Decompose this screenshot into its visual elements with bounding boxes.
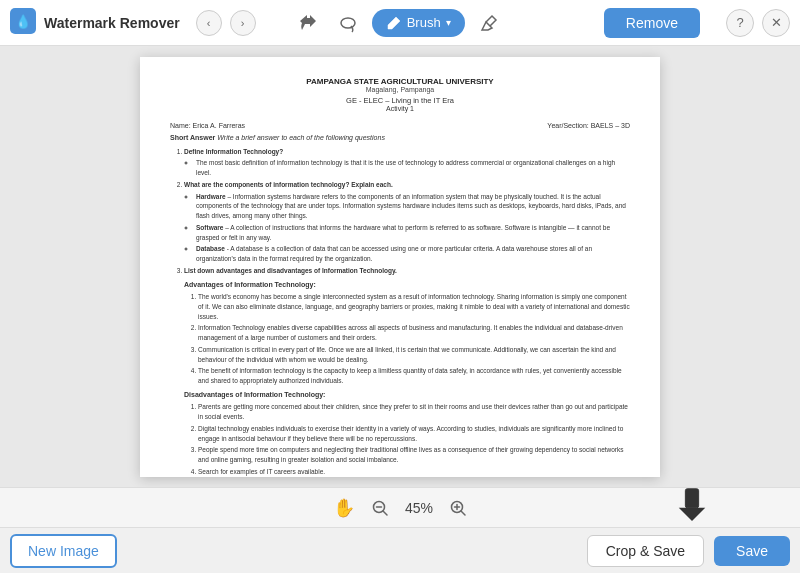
university-location: Magalang, Pampanga [170, 86, 630, 93]
new-image-button[interactable]: New Image [10, 534, 117, 568]
svg-text:💧: 💧 [15, 13, 32, 30]
disadv-2: Digital technology enables individuals t… [198, 424, 630, 444]
doc-header: PAMPANGA STATE AGRICULTURAL UNIVERSITY M… [170, 77, 630, 112]
instruction-detail: Write a brief answer to each of the foll… [217, 134, 385, 141]
disadv-1: Parents are getting more concerned about… [198, 402, 630, 422]
disadv-3: People spend more time on computers and … [198, 445, 630, 465]
zoom-level: 45% [405, 500, 433, 516]
lasso-tool-button[interactable] [332, 7, 364, 39]
document-view: PAMPANGA STATE AGRICULTURAL UNIVERSITY M… [140, 57, 660, 477]
university-name: PAMPANGA STATE AGRICULTURAL UNIVERSITY [170, 77, 630, 86]
svg-line-7 [461, 511, 465, 515]
advantages-heading: Advantages of Information Technology: [184, 280, 630, 291]
student-name: Name: Erica A. Farreras [170, 122, 245, 129]
q2-hardware: Hardware – Information systems hardware … [196, 192, 630, 221]
hand-tool-icon[interactable]: ✋ [333, 497, 355, 519]
q1-label: Define Information Technology? [184, 148, 283, 155]
help-button[interactable]: ? [726, 9, 754, 37]
brush-label: Brush [407, 15, 441, 30]
q3-label: List down advantages and disadvantages o… [184, 267, 397, 274]
doc-instruction: Short Answer Write a brief answer to eac… [170, 134, 630, 141]
q1-answer: The most basic definition of information… [196, 158, 630, 178]
brush-tool-button[interactable]: Brush ▾ [372, 9, 465, 37]
activity-label: Activity 1 [170, 105, 630, 112]
nav-forward-button[interactable]: › [230, 10, 256, 36]
svg-marker-11 [679, 508, 706, 521]
disadv-4: Search for examples of IT careers availa… [198, 467, 630, 477]
brush-chevron: ▾ [446, 17, 451, 28]
app-title: Watermark Remover [44, 15, 180, 31]
doc-body: Define Information Technology? The most … [170, 147, 630, 477]
instruction-heading: Short Answer [170, 134, 215, 141]
zoom-in-button[interactable] [449, 499, 467, 517]
nav-back-button[interactable]: ‹ [196, 10, 222, 36]
doc-meta: Name: Erica A. Farreras Year/Section: BA… [170, 122, 630, 129]
q2-database: Database - A database is a collection of… [196, 244, 630, 264]
q2-label: What are the components of information t… [184, 181, 393, 188]
main-content: PAMPANGA STATE AGRICULTURAL UNIVERSITY M… [0, 46, 800, 487]
adv-1: The world's economy has become a single … [198, 292, 630, 321]
adv-3: Communication is critical in every part … [198, 345, 630, 365]
svg-point-2 [341, 18, 355, 28]
app-icon: 💧 [10, 8, 36, 38]
crop-save-button[interactable]: Crop & Save [587, 535, 704, 567]
save-button[interactable]: Save [714, 536, 790, 566]
erase-tool-button[interactable] [473, 7, 505, 39]
bottom-right-actions: Crop & Save Save [587, 535, 790, 567]
zoom-out-button[interactable] [371, 499, 389, 517]
remove-button[interactable]: Remove [604, 8, 700, 38]
q2-software: Software – A collection of instructions … [196, 223, 630, 243]
adv-4: The benefit of information technology is… [198, 366, 630, 386]
close-button[interactable]: ✕ [762, 9, 790, 37]
title-bar: 💧 Watermark Remover ‹ › Brush ▾ Remove ?… [0, 0, 800, 46]
disadvantages-heading: Disadvantages of Information Technology: [184, 390, 630, 401]
status-bar: ✋ 45% [0, 487, 800, 527]
svg-line-4 [383, 511, 387, 515]
svg-rect-10 [685, 489, 698, 508]
adv-2: Information Technology enables diverse c… [198, 323, 630, 343]
pin-tool-button[interactable] [292, 7, 324, 39]
course-title: GE - ELEC – Living in the IT Era [170, 96, 630, 105]
year-section: Year/Section: BAELS – 3D [547, 122, 630, 129]
arrow-hint-icon [674, 485, 710, 525]
bottom-bar: New Image Crop & Save Save [0, 527, 800, 573]
